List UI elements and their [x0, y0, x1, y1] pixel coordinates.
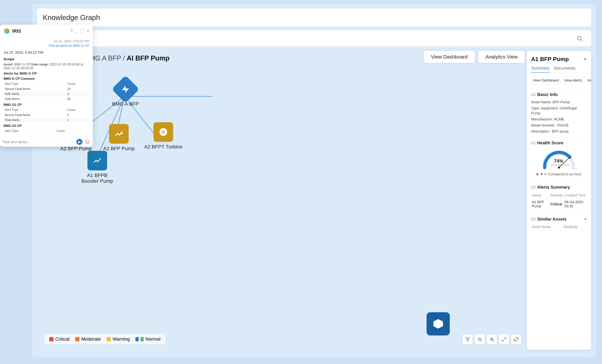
node-a2-bfp-2[interactable]: A2 BFP Pump	[103, 124, 135, 151]
view-dashboard-btn[interactable]: View Dashboard	[424, 51, 475, 63]
detail-close-btn[interactable]: ×	[583, 56, 587, 63]
similar-assets-plus[interactable]: +	[584, 216, 587, 222]
filter-btn[interactable]	[462, 334, 473, 344]
tab-summary[interactable]: Summary	[531, 66, 549, 73]
float-action-btn[interactable]	[427, 312, 450, 335]
alerts-table: Name Severity Created Time A1 BFP Pump C…	[531, 192, 587, 210]
main-panel: Knowledge Graph BMG Unit A / BMG A BFP /…	[32, 4, 596, 357]
iris-maximize-btn[interactable]: ⬚	[80, 29, 84, 33]
iris-logo	[4, 28, 10, 34]
toolbar	[462, 334, 521, 344]
view-dashboard-action-btn[interactable]: View Dashboard	[531, 76, 560, 84]
view-alerts-action-btn[interactable]: View Alerts	[563, 76, 583, 84]
divider-1	[531, 89, 587, 89]
iris-send-btn[interactable]: ▶	[76, 139, 82, 145]
iris-minimize-btn[interactable]: _	[75, 29, 78, 33]
connections-svg	[37, 65, 528, 328]
view-analytics-action-btn[interactable]: View Analytics	[586, 76, 591, 84]
description-row: Description : BFF pump	[531, 129, 587, 134]
detail-header: A1 BFP Pump ×	[531, 56, 587, 63]
tab-documents[interactable]: Documents	[554, 66, 575, 73]
iris-group3-label: BMG G2 CP	[4, 124, 89, 128]
search-button[interactable]	[575, 34, 584, 43]
iris-group1-row: ADE Alerts 2	[4, 92, 89, 96]
detail-title: A1 BFP Pump	[531, 56, 569, 63]
svg-text:06-09-2023 14:30: 06-09-2023 14:30	[551, 164, 569, 166]
iris-close-btn[interactable]: ×	[87, 29, 89, 33]
iris-asset: Asset: BMG G CP Date range: 2022-07-25 0…	[4, 63, 89, 70]
svg-text:0: 0	[543, 168, 544, 169]
similar-assets-header: Similar Assets +	[531, 216, 587, 222]
action-buttons: View Dashboard View Alerts View Analytic…	[531, 76, 587, 84]
health-meta: ▼ 0 Compared to an hour	[536, 172, 582, 176]
iris-group1-table: Alert Type Count Sensor Fault Alerts 23 …	[4, 81, 89, 102]
svg-marker-17	[433, 319, 443, 329]
health-score-section: Health Score	[531, 140, 587, 145]
model-row: Model Number: 704105	[531, 123, 587, 128]
node-bmg-a-bfp-label: BMG A BFP	[112, 101, 139, 107]
legend-critical: Critical	[49, 336, 69, 342]
iris-group1-label: BMG G CP Common	[4, 77, 89, 81]
iris-group3-table: Alert Type Count	[4, 128, 89, 134]
divider-4	[531, 213, 587, 213]
svg-text:100: 100	[574, 168, 577, 169]
alerts-col-name: Name	[531, 192, 549, 199]
iris-panel: IRIS ? _ ⬚ × Jul 25, 2024, 5:56:02 PM Fi…	[0, 25, 93, 147]
svg-text:74%: 74%	[554, 158, 563, 164]
legend-normal: Normal	[135, 336, 161, 342]
alerts-col-time: Created Time	[564, 192, 587, 199]
svg-line-12	[493, 340, 494, 341]
svg-marker-7	[466, 338, 470, 341]
iris-group2-row: Total Alerts 1	[4, 118, 89, 123]
svg-line-9	[481, 340, 482, 341]
node-a2-bfpt[interactable]: A2 BFPT Turbine	[144, 122, 183, 150]
svg-line-15	[504, 338, 506, 339]
iris-scope-label: Scope	[4, 57, 89, 61]
graph-canvas: BMG A BFP A2 BFP Pump	[37, 65, 528, 328]
divider-3	[531, 181, 587, 182]
iris-input-row: ▶ PDF	[0, 137, 93, 147]
iris-content: Scope Asset: BMG G CP Date range: 2022-0…	[0, 57, 93, 137]
search-row	[37, 30, 591, 46]
analytics-view-btn[interactable]: Analytics View	[478, 51, 525, 63]
refresh-btn[interactable]	[511, 334, 521, 344]
health-score-container: 0 100 74% 06-09-2023 14:30 ▼ 0 Compared …	[531, 148, 587, 178]
detail-tabs: Summary Documents	[531, 66, 587, 73]
iris-timestamp: Jul 25, 2024, 5:56:02 PM	[0, 38, 93, 44]
similar-assets-table: Node Name Similarity	[531, 224, 587, 230]
node-a1-bfpb[interactable]: A1 BFPBBooster Pump	[81, 151, 113, 184]
svg-text:PDF: PDF	[86, 142, 89, 143]
svg-point-19	[558, 166, 560, 169]
graph-area: BMG Unit A / BMG A BFP / AI BFP Pump	[37, 51, 528, 350]
asset-name-row: Asset Name: BFP Pump	[531, 100, 587, 105]
iris-user-msg: Jul 25, 2024, 5:56:22 PM	[0, 49, 93, 57]
manufacturer-row: Manufacturer: ACME	[531, 117, 587, 122]
node-bmg-a-bfp[interactable]: BMG A BFP	[112, 79, 139, 107]
iris-input[interactable]	[2, 140, 75, 144]
svg-point-0	[578, 36, 581, 40]
iris-titlebar: IRIS ? _ ⬚ ×	[0, 25, 93, 38]
iris-group1-row: Total Alerts 25	[4, 96, 89, 102]
legend: Critical Moderate Warning Normal	[44, 334, 165, 344]
node-a1-bfpb-label: A1 BFPBBooster Pump	[81, 172, 113, 184]
fit-btn[interactable]	[499, 334, 509, 344]
iris-alerts-for: Alerts for BMG G CP	[4, 72, 89, 75]
basic-info-section: Basic Info	[531, 92, 587, 97]
zoom-out-btn[interactable]	[475, 334, 485, 344]
sa-col-node: Node Name	[531, 224, 563, 230]
svg-line-16	[502, 340, 504, 341]
iris-group2-table: Alert Type Count Sensor Fault Alerts 1 T…	[4, 107, 89, 123]
iris-group2-row: Sensor Fault Alerts 1	[4, 113, 89, 118]
iris-pdf-btn[interactable]: PDF	[84, 139, 90, 145]
iris-name: IRIS	[12, 28, 68, 34]
iris-group1-row: Sensor Fault Alerts 23	[4, 86, 89, 92]
app-title: Knowledge Graph	[43, 14, 100, 21]
alerts-col-severity: Severity	[549, 192, 564, 199]
iris-help-btn[interactable]: ?	[70, 29, 73, 33]
zoom-in-btn[interactable]	[487, 334, 497, 344]
type-row: Type: equipment: Centrifugal Pump	[531, 106, 587, 116]
legend-warning: Warning	[107, 336, 130, 342]
alerts-summary-section: Alerts Summary	[531, 185, 587, 190]
iris-find-alerts[interactable]: Find all alerts for BMG G CP	[0, 44, 93, 49]
health-gauge: 0 100 74% 06-09-2023 14:30	[541, 150, 577, 169]
